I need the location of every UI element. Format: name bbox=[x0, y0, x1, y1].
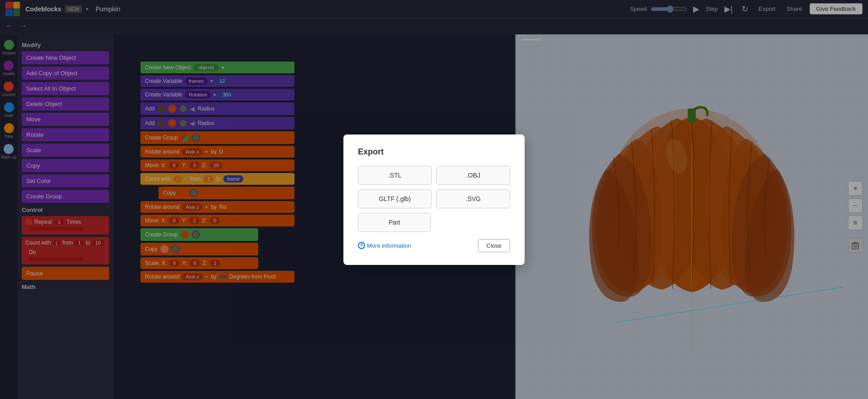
more-info-text: More information bbox=[367, 242, 411, 249]
info-icon: ? bbox=[358, 242, 365, 249]
modal-title: Export bbox=[358, 147, 510, 157]
modal-footer: ? More information Close bbox=[358, 239, 510, 252]
modal-overlay[interactable]: Export .STL .OBJ GLTF (.glb) .SVG Part ?… bbox=[0, 0, 868, 399]
close-modal-button[interactable]: Close bbox=[478, 239, 510, 252]
export-stl-button[interactable]: .STL bbox=[358, 166, 432, 185]
export-modal: Export .STL .OBJ GLTF (.glb) .SVG Part ?… bbox=[343, 135, 525, 265]
more-info-link[interactable]: ? More information bbox=[358, 242, 411, 249]
export-obj-button[interactable]: .OBJ bbox=[436, 166, 510, 185]
export-gltf-button[interactable]: GLTF (.glb) bbox=[358, 189, 432, 208]
export-part-button[interactable]: Part bbox=[358, 213, 431, 232]
export-svg-button[interactable]: .SVG bbox=[436, 189, 510, 208]
format-buttons-grid: .STL .OBJ GLTF (.glb) .SVG bbox=[358, 166, 510, 208]
